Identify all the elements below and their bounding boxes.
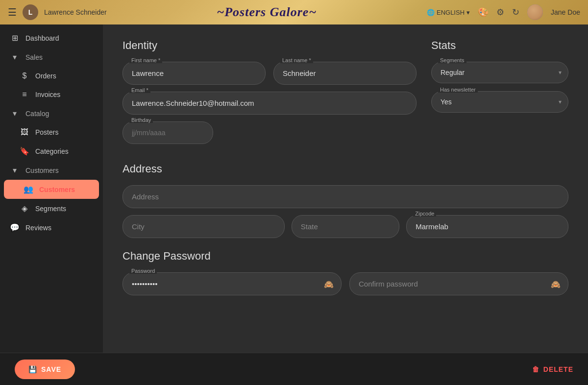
sidebar-orders-label: Orders xyxy=(35,72,93,80)
main-content: Identity First name * Last name * Em xyxy=(103,24,588,353)
catalog-chevron: ▾ xyxy=(10,109,20,118)
newsletter-select[interactable]: Yes No xyxy=(431,91,568,113)
orders-icon: $ xyxy=(20,72,29,80)
password-section: Change Password Password 🙈 🙈 xyxy=(122,250,568,295)
sidebar-segments-label: Segments xyxy=(35,205,93,213)
sidebar: ⊞ Dashboard ▾ Sales $ Orders ≡ Invoices … xyxy=(0,24,103,353)
current-user-avatar: L xyxy=(23,4,38,20)
language-chevron: ▾ xyxy=(466,9,470,16)
delete-label: DELETE xyxy=(543,365,573,373)
sidebar-item-orders[interactable]: $ Orders xyxy=(0,67,103,85)
delete-icon: 🗑 xyxy=(532,365,539,373)
first-name-input[interactable] xyxy=(122,62,266,85)
password-row: Password 🙈 🙈 xyxy=(122,272,568,295)
newsletter-field: Has newsletter Yes No ▾ xyxy=(431,91,568,113)
sidebar-section-customers[interactable]: ▾ Customers xyxy=(0,161,103,180)
sidebar-item-posters[interactable]: 🖼 Posters xyxy=(0,123,103,142)
segments-select[interactable]: Regular VIP New xyxy=(431,62,568,83)
sidebar-item-categories[interactable]: 🔖 Categories xyxy=(0,142,103,161)
address-field xyxy=(122,185,568,208)
email-field: Email * xyxy=(122,92,416,115)
password-section-title: Change Password xyxy=(122,250,568,263)
identity-title: Identity xyxy=(122,39,416,52)
sidebar-invoices-label: Invoices xyxy=(35,91,93,98)
top-row: Identity First name * Last name * Em xyxy=(122,39,568,151)
delete-button[interactable]: 🗑 DELETE xyxy=(532,365,573,373)
first-name-field: First name * xyxy=(122,62,266,85)
refresh-icon[interactable]: ↻ xyxy=(512,7,519,18)
birthday-label: Birthday xyxy=(129,117,153,123)
confirm-password-input[interactable] xyxy=(349,272,568,295)
invoices-icon: ≡ xyxy=(20,90,29,99)
password-eye-icon[interactable]: 🙈 xyxy=(324,279,334,289)
current-user-name: Lawrence Schneider xyxy=(44,8,107,16)
header-right: 🌐 ENGLISH ▾ 🎨 ⚙ ↻ Jane Doe xyxy=(427,4,580,20)
sidebar-item-reviews[interactable]: 💬 Reviews xyxy=(0,218,103,237)
email-label: Email * xyxy=(129,87,150,93)
password-input[interactable] xyxy=(122,272,342,295)
birthday-input[interactable] xyxy=(122,121,213,144)
zipcode-field: Zipcode xyxy=(406,215,568,238)
zipcode-input[interactable] xyxy=(406,215,568,238)
settings-icon[interactable]: ⚙ xyxy=(496,7,504,18)
customers-icon: 👥 xyxy=(24,185,33,194)
sidebar-item-invoices[interactable]: ≡ Invoices xyxy=(0,85,103,104)
newsletter-select-wrapper: Yes No ▾ xyxy=(431,91,568,113)
sidebar-item-segments[interactable]: ◈ Segments xyxy=(0,199,103,218)
state-input[interactable] xyxy=(292,215,400,238)
segments-icon: ◈ xyxy=(20,204,29,213)
sidebar-section-sales[interactable]: ▾ Sales xyxy=(0,48,103,67)
header-left: ☰ L Lawrence Schneider xyxy=(8,4,107,20)
city-input[interactable] xyxy=(122,215,285,238)
customers-group-chevron: ▾ xyxy=(10,166,20,175)
name-row: First name * Last name * xyxy=(122,62,416,85)
segments-select-wrapper: Regular VIP New ▾ xyxy=(431,62,568,83)
sidebar-customers-group-label: Customers xyxy=(25,167,93,174)
sidebar-categories-label: Categories xyxy=(35,147,93,155)
sidebar-section-catalog[interactable]: ▾ Catalog xyxy=(0,104,103,123)
address-input[interactable] xyxy=(122,185,568,208)
menu-icon[interactable]: ☰ xyxy=(8,6,17,18)
confirm-password-field: 🙈 xyxy=(349,272,568,295)
last-name-input[interactable] xyxy=(273,62,416,85)
address-section: Address Zipcode xyxy=(122,163,568,238)
state-field xyxy=(292,215,400,238)
body-layout: ⊞ Dashboard ▾ Sales $ Orders ≡ Invoices … xyxy=(0,24,588,353)
last-name-label: Last name * xyxy=(280,57,313,63)
language-label: ENGLISH xyxy=(437,9,465,16)
save-label: SAVE xyxy=(41,365,61,373)
confirm-password-eye-icon[interactable]: 🙈 xyxy=(551,279,561,289)
password-field: Password 🙈 xyxy=(122,272,342,295)
posters-icon: 🖼 xyxy=(20,128,29,137)
email-row: Email * xyxy=(122,92,416,115)
sidebar-sales-label: Sales xyxy=(25,53,93,61)
last-name-field: Last name * xyxy=(273,62,416,85)
identity-section: Identity First name * Last name * Em xyxy=(122,39,416,151)
sidebar-reviews-label: Reviews xyxy=(25,224,93,232)
password-label: Password xyxy=(129,268,157,274)
segments-field: Segments Regular VIP New ▾ xyxy=(431,62,568,83)
sidebar-posters-label: Posters xyxy=(35,128,93,136)
address-full-wrapper xyxy=(122,185,568,208)
sidebar-customers-label: Customers xyxy=(39,186,93,193)
city-state-zip-row: Zipcode xyxy=(122,215,568,238)
zipcode-label: Zipcode xyxy=(413,211,436,217)
categories-icon: 🔖 xyxy=(20,146,29,156)
palette-icon[interactable]: 🎨 xyxy=(478,7,489,18)
save-icon: 💾 xyxy=(28,365,37,373)
city-field xyxy=(122,215,285,238)
language-icon: 🌐 xyxy=(427,9,435,16)
sidebar-catalog-label: Catalog xyxy=(25,110,93,118)
language-selector[interactable]: 🌐 ENGLISH ▾ xyxy=(427,9,470,16)
stats-section: Stats Segments Regular VIP New ▾ xyxy=(431,39,568,151)
sidebar-dashboard-label: Dashboard xyxy=(25,34,93,42)
admin-name: Jane Doe xyxy=(551,8,580,16)
birthday-field: Birthday xyxy=(122,121,213,144)
bottom-bar: 💾 SAVE 🗑 DELETE xyxy=(0,353,588,385)
address-title: Address xyxy=(122,163,568,175)
sidebar-item-customers[interactable]: 👥 Customers xyxy=(4,180,99,199)
email-input[interactable] xyxy=(122,92,416,115)
sidebar-item-dashboard[interactable]: ⊞ Dashboard xyxy=(0,28,103,48)
dashboard-icon: ⊞ xyxy=(10,33,20,43)
save-button[interactable]: 💾 SAVE xyxy=(15,360,75,379)
